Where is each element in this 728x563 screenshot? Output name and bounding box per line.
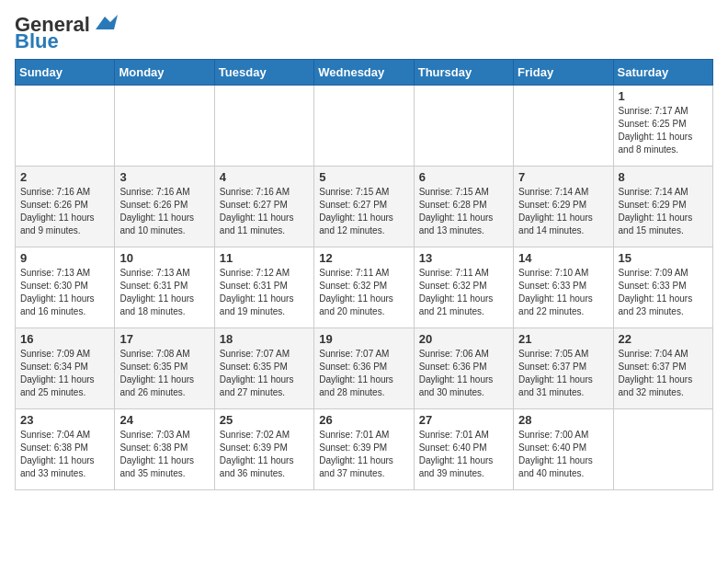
day-info-text: Sunrise: 7:10 AM Sunset: 6:33 PM Dayligh… bbox=[518, 267, 608, 318]
day-number: 28 bbox=[518, 413, 608, 427]
calendar-week-row: 16Sunrise: 7:09 AM Sunset: 6:34 PM Dayli… bbox=[16, 328, 713, 409]
day-number: 22 bbox=[619, 332, 708, 346]
day-number: 11 bbox=[220, 251, 309, 265]
calendar-day-cell: 12Sunrise: 7:11 AM Sunset: 6:32 PM Dayli… bbox=[314, 247, 414, 328]
day-info-text: Sunrise: 7:04 AM Sunset: 6:37 PM Dayligh… bbox=[619, 348, 708, 399]
day-info-text: Sunrise: 7:02 AM Sunset: 6:39 PM Dayligh… bbox=[220, 429, 309, 480]
calendar-day-cell bbox=[414, 86, 513, 167]
day-info-text: Sunrise: 7:04 AM Sunset: 6:38 PM Dayligh… bbox=[20, 429, 109, 480]
calendar-day-cell: 9Sunrise: 7:13 AM Sunset: 6:30 PM Daylig… bbox=[16, 247, 115, 328]
calendar-day-cell: 14Sunrise: 7:10 AM Sunset: 6:33 PM Dayli… bbox=[514, 247, 613, 328]
day-info-text: Sunrise: 7:16 AM Sunset: 6:27 PM Dayligh… bbox=[220, 186, 309, 237]
calendar-day-cell: 13Sunrise: 7:11 AM Sunset: 6:32 PM Dayli… bbox=[414, 247, 513, 328]
calendar-day-cell: 25Sunrise: 7:02 AM Sunset: 6:39 PM Dayli… bbox=[214, 409, 313, 490]
day-number: 25 bbox=[220, 413, 309, 427]
day-number: 23 bbox=[20, 413, 109, 427]
day-info-text: Sunrise: 7:06 AM Sunset: 6:36 PM Dayligh… bbox=[419, 348, 508, 399]
day-number: 19 bbox=[319, 332, 408, 346]
day-info-text: Sunrise: 7:05 AM Sunset: 6:37 PM Dayligh… bbox=[518, 348, 608, 399]
day-info-text: Sunrise: 7:09 AM Sunset: 6:34 PM Dayligh… bbox=[20, 348, 109, 399]
day-number: 6 bbox=[419, 170, 508, 184]
day-info-text: Sunrise: 7:07 AM Sunset: 6:36 PM Dayligh… bbox=[319, 348, 408, 399]
day-of-week-header: Thursday bbox=[414, 60, 513, 86]
day-of-week-header: Wednesday bbox=[314, 60, 414, 86]
page-header: General Blue bbox=[15, 15, 713, 52]
day-number: 1 bbox=[619, 89, 708, 103]
calendar-day-cell: 19Sunrise: 7:07 AM Sunset: 6:36 PM Dayli… bbox=[314, 328, 414, 409]
day-of-week-header: Monday bbox=[115, 60, 214, 86]
calendar-day-cell: 8Sunrise: 7:14 AM Sunset: 6:29 PM Daylig… bbox=[613, 167, 712, 247]
day-number: 17 bbox=[119, 332, 209, 346]
day-info-text: Sunrise: 7:01 AM Sunset: 6:39 PM Dayligh… bbox=[319, 429, 408, 480]
day-info-text: Sunrise: 7:15 AM Sunset: 6:28 PM Dayligh… bbox=[419, 186, 508, 237]
calendar-day-cell bbox=[314, 86, 414, 167]
calendar-day-cell: 18Sunrise: 7:07 AM Sunset: 6:35 PM Dayli… bbox=[214, 328, 313, 409]
day-info-text: Sunrise: 7:13 AM Sunset: 6:30 PM Dayligh… bbox=[20, 267, 109, 318]
calendar-day-cell bbox=[613, 409, 712, 490]
svg-marker-0 bbox=[96, 15, 118, 29]
calendar-day-cell: 7Sunrise: 7:14 AM Sunset: 6:29 PM Daylig… bbox=[514, 167, 613, 247]
day-info-text: Sunrise: 7:16 AM Sunset: 6:26 PM Dayligh… bbox=[119, 186, 209, 237]
day-of-week-header: Saturday bbox=[613, 60, 712, 86]
calendar-day-cell: 2Sunrise: 7:16 AM Sunset: 6:26 PM Daylig… bbox=[16, 167, 115, 247]
day-of-week-header: Sunday bbox=[16, 60, 115, 86]
day-number: 21 bbox=[518, 332, 608, 346]
day-info-text: Sunrise: 7:07 AM Sunset: 6:35 PM Dayligh… bbox=[220, 348, 309, 399]
calendar-week-row: 23Sunrise: 7:04 AM Sunset: 6:38 PM Dayli… bbox=[16, 409, 713, 490]
calendar-day-cell: 26Sunrise: 7:01 AM Sunset: 6:39 PM Dayli… bbox=[314, 409, 414, 490]
day-info-text: Sunrise: 7:14 AM Sunset: 6:29 PM Dayligh… bbox=[518, 186, 608, 237]
day-info-text: Sunrise: 7:14 AM Sunset: 6:29 PM Dayligh… bbox=[619, 186, 708, 237]
day-number: 18 bbox=[220, 332, 309, 346]
calendar-day-cell: 3Sunrise: 7:16 AM Sunset: 6:26 PM Daylig… bbox=[115, 167, 214, 247]
day-number: 24 bbox=[119, 413, 209, 427]
calendar-table: SundayMondayTuesdayWednesdayThursdayFrid… bbox=[15, 59, 713, 490]
day-of-week-header: Tuesday bbox=[214, 60, 313, 86]
day-info-text: Sunrise: 7:11 AM Sunset: 6:32 PM Dayligh… bbox=[319, 267, 408, 318]
calendar-day-cell bbox=[16, 86, 115, 167]
day-number: 5 bbox=[319, 170, 408, 184]
day-number: 26 bbox=[319, 413, 408, 427]
calendar-day-cell bbox=[214, 86, 313, 167]
day-number: 3 bbox=[119, 170, 209, 184]
day-number: 12 bbox=[319, 251, 408, 265]
calendar-header-row: SundayMondayTuesdayWednesdayThursdayFrid… bbox=[16, 60, 713, 86]
day-info-text: Sunrise: 7:09 AM Sunset: 6:33 PM Dayligh… bbox=[619, 267, 708, 318]
calendar-day-cell: 22Sunrise: 7:04 AM Sunset: 6:37 PM Dayli… bbox=[613, 328, 712, 409]
day-info-text: Sunrise: 7:08 AM Sunset: 6:35 PM Dayligh… bbox=[119, 348, 209, 399]
day-info-text: Sunrise: 7:17 AM Sunset: 6:25 PM Dayligh… bbox=[619, 105, 708, 156]
day-number: 2 bbox=[20, 170, 109, 184]
calendar-day-cell bbox=[115, 86, 214, 167]
day-number: 10 bbox=[119, 251, 209, 265]
calendar-day-cell: 23Sunrise: 7:04 AM Sunset: 6:38 PM Dayli… bbox=[16, 409, 115, 490]
day-info-text: Sunrise: 7:13 AM Sunset: 6:31 PM Dayligh… bbox=[119, 267, 209, 318]
day-number: 20 bbox=[419, 332, 508, 346]
calendar-day-cell: 11Sunrise: 7:12 AM Sunset: 6:31 PM Dayli… bbox=[214, 247, 313, 328]
calendar-day-cell: 4Sunrise: 7:16 AM Sunset: 6:27 PM Daylig… bbox=[214, 167, 313, 247]
calendar-day-cell: 28Sunrise: 7:00 AM Sunset: 6:40 PM Dayli… bbox=[514, 409, 613, 490]
logo-blue-text: Blue bbox=[15, 31, 59, 52]
day-number: 9 bbox=[20, 251, 109, 265]
logo-bird-icon bbox=[92, 13, 118, 33]
calendar-day-cell: 20Sunrise: 7:06 AM Sunset: 6:36 PM Dayli… bbox=[414, 328, 513, 409]
calendar-day-cell: 16Sunrise: 7:09 AM Sunset: 6:34 PM Dayli… bbox=[16, 328, 115, 409]
day-info-text: Sunrise: 7:16 AM Sunset: 6:26 PM Dayligh… bbox=[20, 186, 109, 237]
day-number: 4 bbox=[220, 170, 309, 184]
day-number: 13 bbox=[419, 251, 508, 265]
logo: General Blue bbox=[15, 15, 118, 52]
day-of-week-header: Friday bbox=[514, 60, 613, 86]
day-number: 27 bbox=[419, 413, 508, 427]
calendar-week-row: 1Sunrise: 7:17 AM Sunset: 6:25 PM Daylig… bbox=[16, 86, 713, 167]
calendar-day-cell: 6Sunrise: 7:15 AM Sunset: 6:28 PM Daylig… bbox=[414, 167, 513, 247]
day-number: 14 bbox=[518, 251, 608, 265]
day-info-text: Sunrise: 7:03 AM Sunset: 6:38 PM Dayligh… bbox=[119, 429, 209, 480]
calendar-day-cell: 24Sunrise: 7:03 AM Sunset: 6:38 PM Dayli… bbox=[115, 409, 214, 490]
calendar-day-cell: 10Sunrise: 7:13 AM Sunset: 6:31 PM Dayli… bbox=[115, 247, 214, 328]
day-info-text: Sunrise: 7:01 AM Sunset: 6:40 PM Dayligh… bbox=[419, 429, 508, 480]
calendar-day-cell: 27Sunrise: 7:01 AM Sunset: 6:40 PM Dayli… bbox=[414, 409, 513, 490]
day-info-text: Sunrise: 7:11 AM Sunset: 6:32 PM Dayligh… bbox=[419, 267, 508, 318]
calendar-week-row: 2Sunrise: 7:16 AM Sunset: 6:26 PM Daylig… bbox=[16, 167, 713, 247]
calendar-day-cell: 17Sunrise: 7:08 AM Sunset: 6:35 PM Dayli… bbox=[115, 328, 214, 409]
day-info-text: Sunrise: 7:15 AM Sunset: 6:27 PM Dayligh… bbox=[319, 186, 408, 237]
day-number: 15 bbox=[619, 251, 708, 265]
calendar-day-cell: 5Sunrise: 7:15 AM Sunset: 6:27 PM Daylig… bbox=[314, 167, 414, 247]
